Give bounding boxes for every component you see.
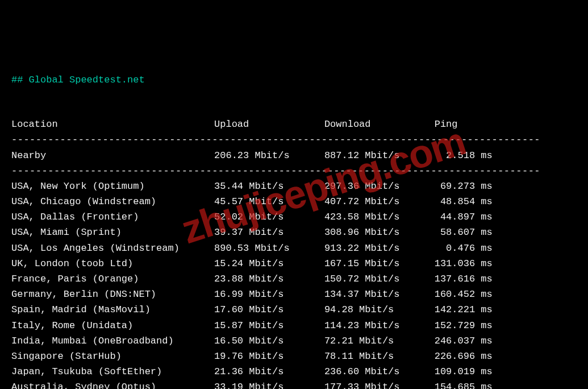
divider-line: ----------------------------------------…	[11, 132, 577, 147]
table-row: USA, Miami (Sprint) 39.37 Mbit/s 308.96 …	[11, 225, 577, 240]
section-title: ## Global Speedtest.net	[11, 72, 577, 88]
table-row: France, Paris (Orange) 23.88 Mbit/s 150.…	[11, 271, 577, 287]
table-row: USA, Dallas (Frontier) 52.02 Mbit/s 423.…	[11, 209, 577, 225]
table-row: Germany, Berlin (DNS:NET) 16.99 Mbit/s 1…	[11, 287, 577, 302]
table-row: Japan, Tsukuba (SoftEther) 21.36 Mbit/s …	[11, 364, 577, 379]
table-row: USA, New York (Optimum) 35.44 Mbit/s 297…	[11, 179, 577, 194]
table-row: UK, London (toob Ltd) 15.24 Mbit/s 167.1…	[11, 256, 577, 271]
table-row: Italy, Rome (Unidata) 15.87 Mbit/s 114.2…	[11, 318, 577, 333]
table-row: Australia, Sydney (Optus) 33.19 Mbit/s 1…	[11, 379, 577, 389]
table-row: Singapore (StarHub) 19.76 Mbit/s 78.11 M…	[11, 349, 577, 364]
table-row: Nearby 206.23 Mbit/s 887.12 Mbit/s 2.518…	[11, 148, 577, 163]
divider-line: ----------------------------------------…	[11, 163, 577, 179]
table-row: Spain, Madrid (MasMovil) 17.60 Mbit/s 94…	[11, 302, 577, 317]
table-row: India, Mumbai (OneBroadband) 16.50 Mbit/…	[11, 333, 577, 349]
table-header-row: Location Upload Download Ping	[11, 117, 577, 132]
speedtest-table: Location Upload Download Ping-----------…	[11, 117, 577, 389]
table-row: USA, Chicago (Windstream) 45.57 Mbit/s 4…	[11, 194, 577, 209]
table-row: USA, Los Angeles (Windstream) 890.53 Mbi…	[11, 241, 577, 256]
